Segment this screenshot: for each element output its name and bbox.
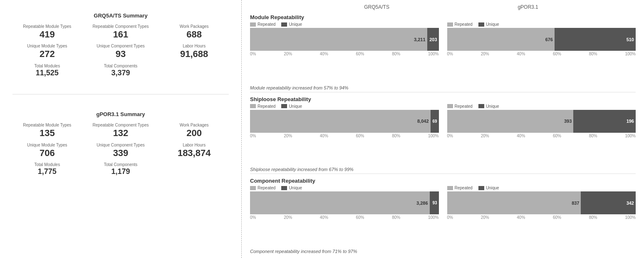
gpor-labor-hours-value: 183,874	[159, 148, 229, 159]
divider-1	[250, 92, 636, 92]
module-grq-axis: 0% 20% 40% 60% 80% 100%	[250, 52, 439, 56]
component-repeatability-title: Component Repeatability	[250, 178, 636, 184]
grq-work-packages-label: Work Packages	[159, 24, 229, 29]
gpor-total-modules-value: 1,775	[12, 167, 82, 176]
component-grq-legend-unique: Unique	[281, 186, 302, 190]
unique-swatch-2	[478, 22, 484, 27]
gpor-total-components-label: Total Components	[86, 162, 156, 167]
component-gpor-bar-track: 837 342	[447, 191, 636, 214]
module-gpor-bar-repeated: 676	[447, 28, 555, 51]
gpor-total-modules: Total Modules 1,775	[12, 162, 82, 176]
gpor-total-components-value: 1,179	[86, 167, 156, 176]
gpor-work-packages: Work Packages 200	[159, 122, 229, 139]
component-repeatability-charts: Repeated Unique 3,286	[250, 186, 636, 248]
shiploose-grq-chart: Repeated Unique 8,042	[250, 104, 439, 166]
shiploose-grq-legend-unique: Unique	[281, 104, 302, 109]
shiploose-grq-axis: 0% 20% 40% 60% 80% 100%	[250, 134, 439, 138]
gpor-unique-component-types-value: 339	[86, 148, 156, 159]
grq-unique-component-types-value: 93	[86, 49, 156, 60]
grq-repeatable-component-types: Repeatable Component Types 161	[86, 24, 156, 40]
grq-total-components: Total Components 3,379	[86, 63, 156, 78]
grq-total-modules-value: 11,525	[12, 69, 82, 78]
shiploose-repeatability-note: Shiploose repeatability increased from 6…	[250, 167, 636, 172]
component-grq-bar-container: 3,286 93	[250, 191, 439, 214]
component-grq-legend-repeated: Repeated	[250, 186, 275, 190]
shiploose-repeatability-title: Shiploose Repeatability	[250, 96, 636, 102]
left-panel: GRQ5A/TS Summary Repeatable Module Types…	[0, 0, 241, 258]
legend-unique-label: Unique	[289, 22, 302, 27]
divider-2	[250, 174, 636, 174]
gpor-unique-module-types-label: Unique Module Types	[12, 142, 82, 148]
shiploose-gpor-bar-container: 393 196	[447, 110, 636, 133]
shiploose-gpor-legend: Repeated Unique	[447, 104, 636, 109]
shiploose-gpor-bar-repeated: 393	[447, 110, 574, 133]
component-grq-bar-unique: 93	[430, 191, 439, 214]
gpor-repeatable-module-types-value: 135	[12, 128, 82, 139]
shiploose-grq-bar-repeated: 8,042	[250, 110, 431, 133]
component-gpor-legend-unique: Unique	[478, 186, 499, 190]
gpor-work-packages-value: 200	[159, 128, 229, 139]
gpor-repeatable-component-types: Repeatable Component Types 132	[86, 122, 156, 139]
module-grq-legend-repeated: Repeated	[250, 22, 275, 27]
grq-total-components-value: 3,379	[86, 69, 156, 78]
grq-summary: GRQ5A/TS Summary Repeatable Module Types…	[12, 8, 229, 82]
grq-work-packages: Work Packages 688	[159, 24, 229, 40]
module-grq-bar-track: 3,211 203	[250, 28, 439, 51]
grq-work-packages-value: 688	[159, 29, 229, 40]
shiploose-repeatability-charts: Repeated Unique 8,042	[250, 104, 636, 166]
component-grq-chart: Repeated Unique 3,286	[250, 186, 439, 248]
gpor-unique-component-types: Unique Component Types 339	[86, 142, 156, 159]
module-gpor-bar-unique: 510	[555, 28, 636, 51]
module-grq-chart: Repeated Unique 3,211	[250, 22, 439, 84]
module-gpor-legend: Repeated Unique	[447, 22, 636, 27]
gpor-placeholder	[159, 162, 229, 176]
shiploose-grq-bar-unique: 69	[431, 110, 439, 133]
grq-repeatable-module-types: Repeatable Module Types 419	[12, 24, 82, 40]
component-grq-bar-track: 3,286 93	[250, 191, 439, 214]
shiploose-gpor-chart: Repeated Unique 393	[447, 104, 636, 166]
gpor-work-packages-label: Work Packages	[159, 122, 229, 128]
component-gpor-legend: Repeated Unique	[447, 186, 636, 190]
module-gpor-legend-repeated: Repeated	[447, 22, 473, 27]
charts-header: GRQ5A/TS gPOR3.1	[242, 4, 644, 12]
grq-total-components-label: Total Components	[86, 63, 156, 69]
shiploose-repeatability-section: Shiploose Repeatability Repeated Unique	[242, 94, 644, 172]
shiploose-gpor-legend-unique: Unique	[478, 104, 499, 109]
component-repeatability-note: Component repeatability increased from 7…	[250, 249, 636, 254]
grq-unique-module-types: Unique Module Types 272	[12, 43, 82, 60]
component-gpor-bar-unique: 342	[581, 191, 636, 214]
gpor-total-components: Total Components 1,179	[86, 162, 156, 176]
gpor-summary: gPOR3.1 Summary Repeatable Module Types …	[12, 107, 229, 180]
shiploose-gpor-bar-unique: 196	[573, 110, 636, 133]
component-grq-legend: Repeated Unique	[250, 186, 439, 190]
shiploose-gpor-legend-repeated: Repeated	[447, 104, 473, 109]
grq-summary-title: GRQ5A/TS Summary	[12, 12, 229, 19]
module-grq-legend: Repeated Unique	[250, 22, 439, 27]
module-repeatability-title: Module Repeatability	[250, 14, 636, 20]
grq-labor-hours-label: Labor Hours	[159, 43, 229, 49]
gpor-repeatable-module-types: Repeatable Module Types 135	[12, 122, 82, 139]
gpor-repeatable-component-types-label: Repeatable Component Types	[86, 122, 156, 128]
gpor-total-modules-label: Total Modules	[12, 162, 82, 167]
module-repeatability-note: Module repeatability increased from 57% …	[250, 85, 636, 90]
grq-unique-module-types-value: 272	[12, 49, 82, 60]
module-grq-bar-container: 3,211 203	[250, 28, 439, 51]
grq-unique-component-types: Unique Component Types 93	[86, 43, 156, 60]
module-gpor-chart: Repeated Unique 676	[447, 22, 636, 84]
module-gpor-legend-unique: Unique	[478, 22, 499, 27]
grq-labor-hours-value: 91,688	[159, 49, 229, 60]
module-gpor-axis: 0% 20% 40% 60% 80% 100%	[447, 52, 636, 56]
component-grq-bar-repeated: 3,286	[250, 191, 430, 214]
grq-labor-hours: Labor Hours 91,688	[159, 43, 229, 60]
legend-repeated-label: Repeated	[258, 22, 275, 27]
header-gpor: gPOR3.1	[518, 4, 538, 10]
shiploose-grq-legend-repeated: Repeated	[250, 104, 275, 109]
module-grq-legend-unique: Unique	[281, 22, 302, 27]
module-gpor-bar-container: 676 510	[447, 28, 636, 51]
grq-repeatable-module-types-value: 419	[12, 29, 82, 40]
component-gpor-chart: Repeated Unique 837	[447, 186, 636, 248]
right-panel: GRQ5A/TS gPOR3.1 Module Repeatability Re…	[241, 0, 644, 258]
grq-repeatable-module-types-label: Repeatable Module Types	[12, 24, 82, 29]
module-repeatability-charts: Repeated Unique 3,211	[250, 22, 636, 84]
gpor-labor-hours: Labor Hours 183,874	[159, 142, 229, 159]
